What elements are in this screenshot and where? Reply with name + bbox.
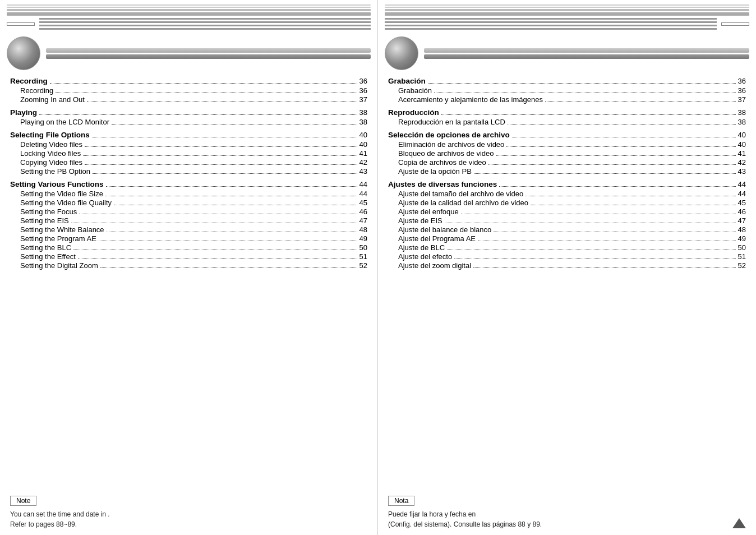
rhl-3 [385, 25, 717, 26]
toc-sub-row: Setting the Digital Zoom52 [10, 261, 367, 270]
toc-sub-title: Bloqueo de archivos de video [398, 149, 494, 158]
toc-sub-row: Setting the BLC50 [10, 243, 367, 252]
toc-section: Recording36Recording36Zooming In and Out… [10, 77, 367, 104]
toc-sub-dots [99, 241, 357, 241]
left-page-number [7, 22, 35, 26]
toc-sub-title: Playing on the LCD Monitor [20, 118, 109, 126]
toc-sub-page: 51 [359, 252, 367, 261]
toc-sub-title: Ajuste de BLC [398, 243, 445, 252]
toc-sub-row: Ajuste de la calidad del archivo de vide… [388, 199, 746, 207]
r-stripe-3 [385, 9, 749, 11]
toc-sub-dots [56, 93, 357, 93]
toc-sub-page: 45 [738, 199, 746, 207]
toc-sub-title: Ajuste del tamaño del archivo de video [398, 190, 523, 198]
toc-sub-page: 38 [359, 118, 367, 126]
hl-4 [39, 28, 371, 30]
rhl-1 [385, 18, 717, 20]
toc-sub-row: Ajuste del efecto51 [388, 252, 746, 261]
toc-page-number: 38 [359, 108, 367, 117]
toc-sub-title: Copying Video files [20, 158, 82, 167]
hl-3 [39, 25, 371, 26]
left-note-area: Note You can set the time and date in .R… [0, 492, 377, 535]
toc-page-number: 36 [359, 77, 367, 85]
toc-sub-dots [114, 205, 357, 205]
rcb-2 [424, 54, 749, 59]
stripe-4 [7, 12, 371, 16]
toc-sub-dots [100, 268, 357, 268]
toc-sub-dots [87, 102, 357, 102]
toc-sub-title: Ajuste del zoom digital [398, 261, 471, 270]
right-header-lines [385, 18, 717, 30]
toc-sub-dots [107, 232, 357, 232]
toc-sub-row: Setting the Video file Quailty45 [10, 199, 367, 207]
toc-sub-title: Setting the Video file Size [20, 190, 103, 198]
toc-sub-page: 37 [738, 95, 746, 104]
toc-dots [499, 186, 735, 187]
toc-sub-dots [434, 93, 736, 93]
toc-sub-page: 42 [359, 158, 367, 167]
toc-sub-title: Setting the Focus [20, 207, 77, 216]
toc-sub-title: Ajuste del Programa AE [398, 234, 476, 243]
toc-sub-title: Setting the White Balance [20, 225, 104, 234]
toc-sub-row: Ajuste del balance de blanco48 [388, 225, 746, 234]
toc-page-number: 40 [359, 131, 367, 139]
toc-sub-page: 42 [738, 158, 746, 167]
toc-sub-page: 36 [359, 86, 367, 95]
toc-sub-title: Reproducción en la pantalla LCD [398, 118, 505, 126]
toc-sub-page: 38 [738, 118, 746, 126]
toc-dots [106, 186, 357, 187]
toc-sub-page: 40 [359, 140, 367, 149]
toc-sub-row: Reproducción en la pantalla LCD38 [388, 118, 746, 126]
toc-dots [441, 114, 736, 115]
toc-main-row: Selecting File Options40 [10, 131, 367, 139]
toc-section-title: Reproducción [388, 108, 439, 117]
toc-section: Ajustes de diversas funciones44Ajuste de… [388, 180, 746, 270]
toc-sub-title: Ajuste de la opción PB [398, 167, 472, 176]
toc-sub-row: Ajuste del zoom digital52 [388, 261, 746, 270]
toc-section: Playing38Playing on the LCD Monitor38 [10, 108, 367, 126]
cb-2 [46, 54, 371, 59]
toc-sub-page: 37 [359, 95, 367, 104]
toc-sub-dots [71, 223, 357, 223]
toc-page-number: 44 [359, 180, 367, 188]
toc-sub-page: 36 [738, 86, 746, 95]
toc-sub-title: Eliminación de archivos de video [398, 140, 504, 149]
toc-sub-row: Setting the PB Option43 [10, 167, 367, 176]
left-note-text: You can set the time and date in .Refer … [10, 509, 367, 529]
toc-sub-title: Setting the BLC [20, 243, 71, 252]
left-header-stripes [0, 0, 377, 18]
toc-sub-page: 44 [738, 190, 746, 198]
toc-main-row: Grabación36 [388, 77, 746, 85]
left-circle-icon [7, 36, 40, 70]
right-toc-content: Grabación36Grabación36Acercamiento y ale… [378, 70, 756, 492]
toc-sub-row: Recording36 [10, 86, 367, 95]
right-circle-bars [424, 48, 749, 59]
stripe-3 [7, 9, 371, 11]
toc-section-title: Selección de opciones de archivo [388, 131, 510, 139]
scroll-up-triangle[interactable] [732, 518, 746, 528]
right-circle-icon [385, 36, 418, 70]
r-stripe-4 [385, 12, 749, 16]
toc-sub-dots [494, 232, 735, 232]
rhl-2 [385, 21, 717, 23]
left-circle-bars [46, 48, 371, 59]
toc-sub-dots [525, 196, 735, 196]
toc-sub-dots [454, 259, 735, 259]
right-header-stripes [378, 0, 756, 18]
toc-sub-row: Ajuste de BLC50 [388, 243, 746, 252]
toc-dots [92, 137, 357, 137]
toc-sub-page: 50 [738, 243, 746, 252]
toc-sub-title: Setting the EIS [20, 216, 69, 225]
toc-sub-dots [79, 214, 357, 214]
left-header-row [0, 18, 377, 30]
toc-main-row: Selección de opciones de archivo40 [388, 131, 746, 139]
rhl-4 [385, 28, 717, 30]
toc-sub-title: Locking Video files [20, 149, 81, 158]
toc-sub-row: Locking Video files41 [10, 149, 367, 158]
toc-section-title: Playing [10, 108, 37, 117]
toc-sub-dots [78, 259, 357, 259]
toc-sub-page: 45 [359, 199, 367, 207]
toc-sub-row: Grabación36 [388, 86, 746, 95]
toc-sub-page: 50 [359, 243, 367, 252]
toc-page-number: 36 [738, 77, 746, 85]
